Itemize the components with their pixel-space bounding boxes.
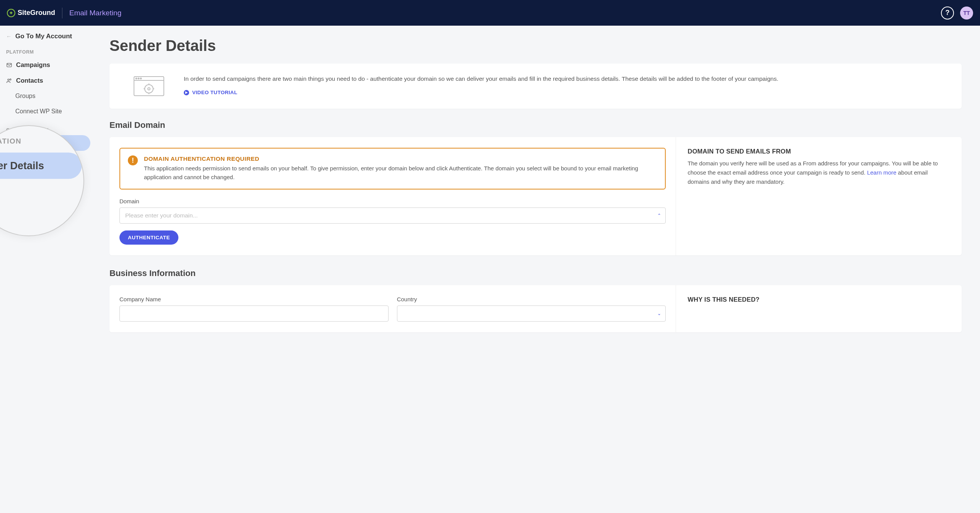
help-icon: ?: [946, 9, 950, 17]
learn-more-link[interactable]: Learn more: [867, 169, 897, 176]
svg-point-3: [8, 142, 10, 144]
authenticate-button[interactable]: AUTHENTICATE: [119, 230, 178, 245]
sidebar-subitem-groups[interactable]: Groups: [0, 88, 96, 104]
topbar-right: ? TT: [941, 7, 973, 20]
svg-point-7: [136, 78, 137, 79]
email-domain-aside: DOMAIN TO SEND EMAILS FROM The domain yo…: [676, 137, 962, 255]
sidebar-item-contacts[interactable]: Contacts: [0, 73, 96, 88]
business-info-card: Company Name Country ⌄ WHY IS THIS NEEDE…: [109, 285, 962, 332]
people-icon: [6, 78, 12, 84]
user-avatar[interactable]: TT: [960, 7, 973, 20]
intro-text: In order to send campaigns there are two…: [184, 74, 778, 83]
chevron-up-icon[interactable]: ⌃: [657, 213, 661, 218]
vertical-divider: [62, 8, 62, 18]
magnifier-item-label: Sender Details: [0, 160, 44, 172]
business-info-form: Company Name Country ⌄: [109, 285, 676, 332]
feedback-label: Share your feedback: [6, 206, 66, 213]
avatar-initials: TT: [963, 10, 970, 16]
sidebar: ← Go To My Account PLATFORM Campaigns Co…: [0, 26, 96, 513]
topbar-left: ✦ SiteGround Email Marketing: [7, 8, 121, 18]
country-select[interactable]: [397, 306, 666, 322]
sidebar-item-label: Groups: [15, 93, 35, 99]
sidebar-item-label: Connect WP Site: [15, 108, 62, 114]
product-name[interactable]: Email Marketing: [69, 9, 121, 17]
country-label: Country: [397, 296, 666, 302]
domain-combobox: ⌃: [119, 207, 666, 224]
aside-body: The domain you verify here will be used …: [688, 159, 950, 186]
alert-body: This application needs permission to sen…: [144, 164, 657, 182]
business-aside-title: WHY IS THIS NEEDED?: [688, 296, 950, 303]
domain-field-label: Domain: [119, 198, 666, 204]
svg-point-1: [8, 79, 9, 80]
business-info-aside: WHY IS THIS NEEDED?: [676, 285, 962, 332]
business-info-heading: Business Information: [109, 268, 962, 278]
svg-point-9: [140, 78, 142, 79]
play-icon: ▶: [184, 90, 189, 95]
brand-logo-mark-icon: ✦: [7, 9, 15, 17]
envelope-icon: [6, 62, 12, 68]
domain-auth-alert: ! DOMAIN AUTHENTICATION REQUIRED This ap…: [119, 148, 666, 190]
exclamation-icon: !: [128, 155, 138, 165]
sidebar-item-campaigns[interactable]: Campaigns: [0, 57, 96, 73]
back-to-account-link[interactable]: ← Go To My Account: [0, 26, 96, 45]
share-feedback-link[interactable]: Share your feedback: [6, 206, 66, 213]
video-tutorial-label: VIDEO TUTORIAL: [192, 90, 237, 95]
email-domain-heading: Email Domain: [109, 120, 962, 130]
intro-body: In order to send campaigns there are two…: [184, 74, 778, 95]
brand-logo[interactable]: ✦ SiteGround: [7, 9, 55, 17]
intro-card: In order to send campaigns there are two…: [109, 64, 962, 109]
email-domain-card: ! DOMAIN AUTHENTICATION REQUIRED This ap…: [109, 137, 962, 255]
sidebar-item-label: Contacts: [16, 77, 43, 84]
svg-point-8: [138, 78, 139, 79]
page-title: Sender Details: [109, 37, 962, 54]
arrow-left-icon: ←: [6, 33, 11, 39]
alert-title: DOMAIN AUTHENTICATION REQUIRED: [144, 155, 657, 162]
intro-illustration-icon: [132, 75, 166, 98]
company-name-input[interactable]: [119, 306, 389, 322]
main-content: Sender Details In order to send campaign…: [96, 26, 980, 513]
sidebar-section-platform: PLATFORM: [0, 45, 96, 57]
sidebar-item-label: Sender Details: [16, 139, 60, 147]
brand-name: SiteGround: [18, 9, 55, 17]
company-name-label: Company Name: [119, 296, 389, 302]
email-domain-form: ! DOMAIN AUTHENTICATION REQUIRED This ap…: [109, 137, 676, 255]
video-tutorial-link[interactable]: ▶ VIDEO TUTORIAL: [184, 90, 237, 95]
help-button[interactable]: ?: [941, 7, 954, 20]
sidebar-subitem-connect-wp[interactable]: Connect WP Site: [0, 104, 96, 119]
back-link-label: Go To My Account: [15, 33, 72, 40]
sidebar-item-sender-details[interactable]: Sender Details: [0, 135, 90, 151]
aside-title: DOMAIN TO SEND EMAILS FROM: [688, 148, 950, 155]
sidebar-section-configuration: CONFIGURATION: [0, 123, 96, 135]
svg-point-2: [10, 79, 11, 80]
gear-icon: [6, 140, 12, 146]
domain-input[interactable]: [119, 207, 666, 224]
sidebar-item-label: Campaigns: [16, 61, 50, 69]
top-bar: ✦ SiteGround Email Marketing ? TT: [0, 0, 980, 26]
magnifier-active-item: Sender Details: [0, 152, 82, 179]
